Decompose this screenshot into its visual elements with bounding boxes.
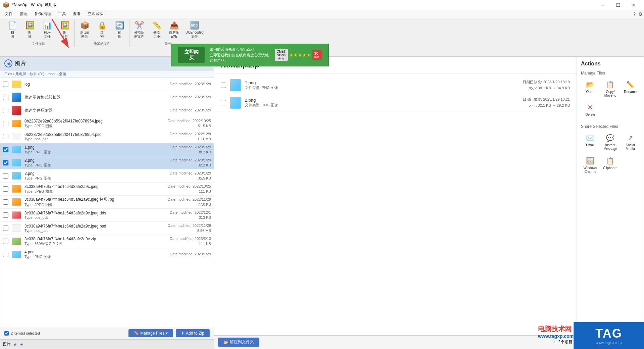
new-tab-button[interactable]: + [20,342,23,347]
folder-icon-log [11,79,22,90]
file-item-3c-jpeg[interactable]: 3c038a94f76fa7ff4be1c64d3afe2a9c.jpeg Ty… [0,183,214,196]
file-info-log: log [24,82,170,87]
file-info-3c-dds: 3c038a94f76fa7ff4be1c64d3afe2a9c.jpeg.dd… [24,211,170,219]
help-icon[interactable]: ? [633,11,636,17]
delete-icon: ✕ [587,103,593,111]
menu-backup[interactable]: 备份/清理 [31,10,55,18]
menu-tools[interactable]: 工具 [55,10,69,18]
toolbar-uuencode-btn[interactable]: 🔤 UUEncoded文件 [183,19,206,41]
social-icon: ↗ [628,134,633,142]
zip-file-meta-1png: 日期已修改: 2023/1/29 13:19 大小: 38.1 KB → 34.… [523,79,570,91]
menu-buy[interactable]: 立即购买 [84,10,107,18]
zip-file-item-1png[interactable]: 1.png 文件类型: PNG 图像 日期已修改: 2023/1/29 13:1… [217,77,574,94]
file-checkbox-0b-jpeg[interactable] [3,121,8,126]
menu-manage[interactable]: 管理 [16,10,31,18]
action-instant-msg-btn[interactable]: 💬 InstantMessage [601,132,620,153]
toolbar-encrypt-btn[interactable]: 🔒 加密 [94,19,110,41]
file-item-converter[interactable]: 优速图片格式转换器 Date modified: 2023/1/29 [0,91,214,104]
zip-file-item-2png[interactable]: 2.png 文件类型: PNG 图像 日期已修改: 2023/1/29 13:2… [217,94,574,111]
encrypt-icon: 🔒 [98,21,107,30]
file-item-3c-zip[interactable]: 3c038a94f76fa7ff4be1c64d3afe2a9c.zip Typ… [0,235,214,248]
zip-img-icon-2png [230,97,241,108]
menu-file[interactable]: 文件 [1,10,16,18]
toolbar-scan-btn[interactable]: 📄 扫照 [4,19,21,41]
zip-file-meta-2png: 日期已修改: 2023/1/29 13:21 大小: 32.1 KB → 29.… [523,97,570,108]
action-clipboard-btn[interactable]: 📋 Clipboard [601,154,620,176]
file-item-compressor[interactable]: 优速文件压缩器 Date modified: 2023/1/29 [0,104,214,117]
file-checkbox-converter[interactable] [3,95,8,100]
close-button[interactable]: ✕ [626,0,641,10]
instant-msg-icon: 💬 [606,134,614,142]
manage-files-button[interactable]: ✏️ Manage Files ▾ [128,329,173,337]
menu-view[interactable]: 查看 [69,10,84,18]
file-item-1png[interactable]: 1.png Type: PNG 图像 Date modified: 2023/1… [0,143,214,156]
action-social-btn[interactable]: ↗ SocialMedia [621,132,640,153]
action-open-btn[interactable]: 📂 Open [581,78,600,100]
extract-button[interactable]: 📂 解压到文件夹 [218,338,259,347]
share-actions-grid: ✉️ Email 💬 InstantMessage ↗ SocialMedia … [581,132,640,176]
file-checkbox-log[interactable] [3,82,8,87]
clipboard-icon: 📋 [606,157,614,165]
pdf-icon: 📊 [43,21,52,30]
file-item-log[interactable]: log Date modified: 2023/1/29 [0,78,214,91]
add-tab-button[interactable]: ★ [13,342,17,347]
file-meta-3c-psd: Date modified: 2022/11/298.56 MB [168,223,211,234]
file-checkbox-4png[interactable] [3,252,8,257]
action-windows-charms-btn[interactable]: 🪟 WindowsCharms [581,154,600,176]
file-meta-4png: Date modified: 2023/1/29 [170,252,211,257]
toolbar-photo-btn[interactable]: 🖼️ 图摘 [21,19,38,41]
action-copy-move-btn[interactable]: 📋 Copy/Move to [601,78,620,100]
file-checkbox-1png[interactable] [3,147,8,152]
settings-icon[interactable]: ⚙ [638,11,643,17]
file-item-2png[interactable]: 2.png Type: PNG 图像 Date modified: 2023/1… [0,156,214,169]
zip-file-info-1png: 1.png 文件类型: PNG 图像 [245,80,523,90]
action-rename-btn[interactable]: ✏️ Rename [621,78,640,100]
file-item-3c-copy[interactable]: 3c038a94f76fa7ff4be1c64d3afe2a9c.jpeg 拷贝… [0,196,214,209]
file-checkbox-0b-psd[interactable] [3,134,8,139]
file-checkbox-2png[interactable] [3,160,8,165]
file-meta-3c-dds: Date modified: 2022/12/1313 KB [170,210,211,220]
file-info-4png: 4.png Type: PNG 图像 [24,250,170,259]
file-item-0b-jpeg[interactable]: 0b22372e92a83b59e2f0417fe0378954.jpeg Ty… [0,117,214,130]
toolbar-img-file-btn[interactable]: 🖼️ 图文件 [56,19,73,41]
scan-icon: 📄 [8,21,17,30]
toolbar-pdf-btn[interactable]: 📊 PDF文件 [39,19,56,41]
toolbar-group-make: ✂️ 分割压缩文件 📏 分割大小 📤 自解压EXE 🔤 UUEncoded文件 … [129,19,207,47]
file-item-3c-psd[interactable]: 3c038a94f76fa7ff4be1c64d3afe2a9c.jpeg.ps… [0,222,214,235]
convert-icon: 🔄 [115,21,124,30]
file-item-0b-psd[interactable]: 0b22372e92a83b59e2f0417fe0378954.psd Typ… [0,130,214,143]
file-item-3png[interactable]: 3.png Type: PNG 图像 Date modified: 2023/1… [0,169,214,183]
img-icon-1png [11,144,22,155]
back-button[interactable]: ◀ [4,59,12,67]
file-meta-0b-jpeg: Date modified: 2022/10/2551.5 KB [168,118,211,129]
zip-checkbox-2png[interactable] [221,100,226,105]
restore-button[interactable]: ❐ [610,0,626,10]
toolbar-split-size-btn[interactable]: 📏 分割大小 [148,19,165,41]
file-checkbox-compressor[interactable] [3,108,8,113]
action-delete-btn[interactable]: ✕ Delete [581,101,600,119]
toolbar-split-compress-btn[interactable]: ✂️ 分割压缩文件 [131,19,148,41]
file-item-3c-dds[interactable]: 3c038a94f76fa7ff4be1c64d3afe2a9c.jpeg.dd… [0,209,214,222]
toolbar-newzip-btn[interactable]: 📦 新 Zip来自 [76,19,93,41]
uuencode-icon: 🔤 [190,21,199,30]
toolbar-convert-btn[interactable]: 🔄 转换 [111,19,128,41]
breadcrumb[interactable]: Files › 此电脑 › 软件 (D:) › tools › 桌面 [0,70,214,78]
file-checkbox-3c-psd[interactable] [3,226,8,231]
zip-checkbox-1png[interactable] [221,83,226,88]
file-checkbox-3c-dds[interactable] [3,212,8,218]
add-to-zip-button[interactable]: ⬇ Add to Zip [176,329,210,337]
action-email-btn[interactable]: ✉️ Email [581,132,600,153]
file-checkbox-3png[interactable] [3,173,8,179]
toolbar-self-extract-btn[interactable]: 📤 自解压EXE [166,19,182,41]
minimize-button[interactable]: ─ [595,0,610,10]
actions-panel: Actions Manage Files 📂 Open 📋 Copy/Move … [577,56,644,349]
file-info-3c-copy: 3c038a94f76fa7ff4be1c64d3afe2a9c.jpeg 拷贝… [24,197,168,207]
nav-label: 图片 [3,342,10,347]
file-checkbox-3c-zip[interactable] [3,239,8,244]
file-item-4png[interactable]: 4.png Type: PNG 图像 Date modified: 2023/1… [0,248,214,261]
file-checkbox-3c-jpeg[interactable] [3,186,8,192]
ad-buy-button[interactable]: 立即购买 [178,47,205,63]
footer-select-checkbox[interactable] [4,331,9,336]
toolbar-group-file-apps: 📄 扫照 🖼️ 图摘 📊 PDF文件 🖼️ 图文件 文件应用 [3,19,75,47]
file-checkbox-3c-copy[interactable] [3,199,8,205]
